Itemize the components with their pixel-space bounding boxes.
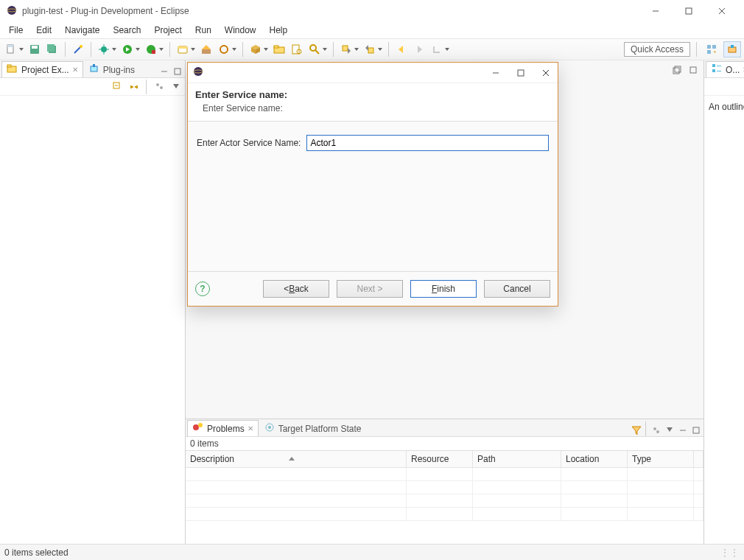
svg-rect-52 (93, 64, 95, 67)
svg-rect-86 (518, 70, 524, 76)
save-all-button[interactable] (44, 41, 60, 57)
problems-filter-button[interactable] (631, 424, 642, 436)
svg-point-76 (268, 426, 271, 429)
main-toolbar: Quick Access + (0, 38, 744, 60)
dialog-close-button[interactable] (538, 66, 553, 80)
menu-search[interactable]: Search (107, 24, 147, 37)
plugin-dev-perspective-button[interactable] (723, 41, 741, 57)
view-maximize-button[interactable] (690, 424, 702, 436)
service-name-input[interactable] (306, 135, 549, 151)
run-last-button[interactable] (143, 41, 159, 57)
help-button[interactable]: ? (195, 281, 210, 296)
svg-marker-77 (632, 427, 641, 435)
tab-target-platform[interactable]: Target Platform State (259, 420, 367, 436)
nav-history-button[interactable] (429, 41, 445, 57)
folder-nav-icon (7, 63, 18, 77)
prev-annotation-button[interactable] (362, 41, 378, 57)
editor-maximize-button[interactable] (687, 64, 699, 76)
open-perspective-button[interactable]: + (703, 41, 720, 57)
editor-restore-button[interactable] (671, 64, 683, 76)
quick-access-field[interactable]: Quick Access (624, 42, 690, 57)
view-menu-button[interactable] (664, 424, 675, 436)
nav-back-button[interactable] (393, 41, 410, 57)
open-type-button[interactable] (248, 41, 264, 57)
open-folder-button[interactable] (271, 41, 287, 57)
filters-button[interactable] (154, 81, 166, 93)
svg-point-58 (160, 86, 163, 89)
collapse-all-button[interactable] (112, 81, 124, 93)
svg-rect-43 (707, 45, 711, 49)
back-button[interactable]: < Back (263, 280, 329, 298)
debug-button[interactable] (96, 41, 112, 57)
window-maximize-button[interactable] (672, 1, 705, 21)
view-minimize-button[interactable] (677, 424, 689, 436)
col-resource[interactable]: Resource (407, 451, 473, 468)
menu-navigate[interactable]: Navigate (59, 24, 105, 37)
menu-run[interactable]: Run (189, 24, 217, 37)
tab-project-explorer[interactable]: Project Ex... ✕ (1, 61, 83, 77)
close-icon[interactable]: ✕ (248, 424, 253, 433)
col-spacer (694, 451, 703, 468)
next-annotation-button[interactable] (338, 41, 354, 57)
col-description[interactable]: Description (186, 451, 407, 468)
project-explorer-body[interactable] (0, 96, 185, 544)
col-type[interactable]: Type (628, 451, 694, 468)
svg-point-0 (7, 6, 16, 15)
tab-problems[interactable]: Problems ✕ (187, 420, 259, 436)
open-plugin-artifact-button[interactable] (175, 41, 191, 57)
svg-point-79 (656, 430, 659, 433)
close-icon[interactable]: ✕ (72, 66, 78, 74)
menu-file[interactable]: File (3, 24, 29, 37)
outline-icon (711, 63, 723, 77)
window-minimize-button[interactable] (639, 1, 672, 21)
tab-label: Target Platform State (278, 424, 362, 434)
window-close-button[interactable] (705, 1, 738, 21)
toolbar-separator (91, 42, 91, 57)
view-menu-button[interactable] (170, 81, 182, 93)
problems-table: Description Resource Path Location Type (186, 450, 703, 521)
toolbar-separator (65, 42, 66, 57)
svg-rect-37 (343, 46, 348, 51)
run-button[interactable] (119, 41, 136, 57)
build-button[interactable] (198, 41, 214, 57)
menu-window[interactable]: Window (219, 24, 262, 37)
tab-outline[interactable]: O... ✕ (706, 61, 744, 77)
cancel-button[interactable]: Cancel (484, 280, 550, 298)
menu-help[interactable]: Help (264, 24, 294, 37)
tab-label: Project Ex... (21, 65, 69, 75)
dialog-minimize-button[interactable] (488, 66, 503, 80)
new-button[interactable] (3, 41, 19, 57)
finish-button[interactable]: Finish (410, 280, 477, 298)
svg-marker-41 (399, 46, 403, 53)
svg-rect-25 (202, 49, 211, 54)
nav-forward-button[interactable] (411, 41, 427, 57)
col-location[interactable]: Location (561, 451, 628, 468)
save-button[interactable] (27, 41, 43, 57)
open-resource-button[interactable] (289, 41, 305, 57)
mnemonic: F (432, 284, 437, 294)
link-editor-button[interactable] (128, 81, 140, 93)
tab-label: Problems (207, 424, 245, 434)
tab-plugins[interactable]: Plug-ins (83, 61, 140, 77)
wand-icon[interactable] (70, 41, 86, 57)
window-titlebar: plugin-test - Plug-in Development - Ecli… (0, 0, 744, 22)
table-row[interactable] (186, 494, 703, 508)
problems-focus-button[interactable] (650, 424, 662, 436)
toolbar-separator (242, 42, 243, 57)
col-path[interactable]: Path (473, 451, 561, 468)
view-minimize-button[interactable] (158, 66, 170, 77)
menu-project[interactable]: Project (148, 24, 187, 37)
menu-edit[interactable]: Edit (30, 24, 57, 37)
outline-panel: O... ✕ T... An outline is not available. (704, 60, 744, 544)
svg-rect-62 (690, 67, 696, 73)
table-row[interactable] (186, 468, 703, 481)
table-row[interactable] (186, 481, 703, 494)
dialog-maximize-button[interactable] (513, 66, 528, 80)
svg-text:+: + (713, 49, 717, 55)
external-tools-button[interactable] (216, 41, 232, 57)
svg-rect-39 (368, 48, 373, 53)
search-button[interactable] (306, 41, 323, 57)
mnemonic: B (289, 284, 295, 294)
view-maximize-button[interactable] (172, 66, 183, 77)
table-row[interactable] (186, 508, 703, 521)
